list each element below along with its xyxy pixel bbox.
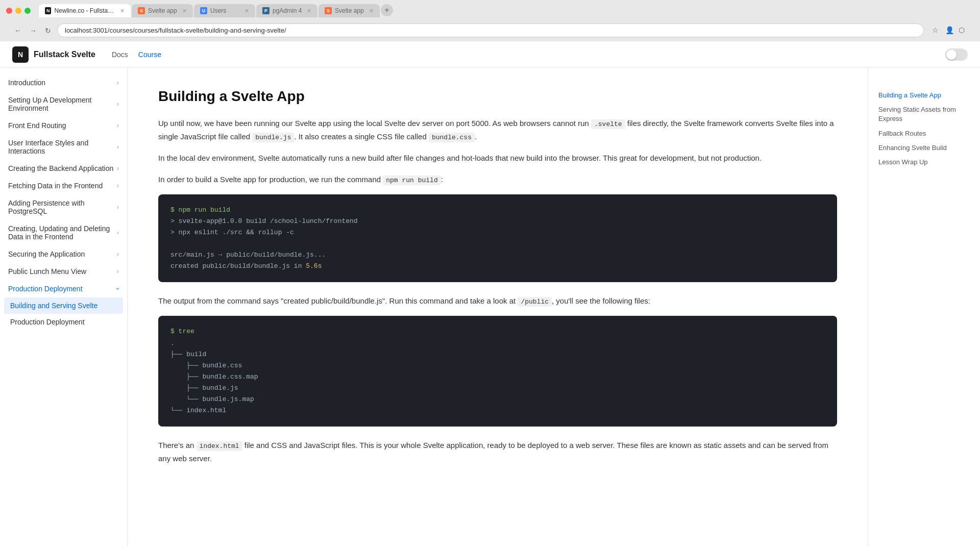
inline-code-bundlecss: bundle.css — [429, 133, 475, 142]
address-bar[interactable]: localhost:3001/courses/courses/fullstack… — [57, 23, 924, 37]
tab-favicon-1: N — [45, 7, 51, 14]
sidebar-item-setup[interactable]: Setting Up A Development Environment › — [0, 91, 127, 117]
inline-code-public: /public — [518, 297, 552, 307]
tab-close-1[interactable]: ✕ — [120, 8, 125, 14]
chevron-right-icon: › — [117, 204, 119, 211]
page-title: Building a Svelte App — [158, 88, 837, 105]
sidebar-item-label: Creating, Updating and Deleting Data in … — [8, 224, 117, 241]
toc-item-fallback[interactable]: Fallback Routes — [878, 127, 970, 141]
paragraph-1: Up until now, we have been running our S… — [158, 117, 837, 143]
close-window-button[interactable] — [6, 8, 12, 14]
sidebar-subitem-label: Production Deployment — [10, 318, 85, 326]
browser-tab-4[interactable]: P pgAdmin 4 ✕ — [256, 4, 317, 17]
chevron-right-icon: › — [117, 182, 119, 189]
browser-tab-5[interactable]: S Svelte app ✕ — [318, 4, 380, 17]
window-controls — [6, 8, 31, 14]
sidebar-item-ui-styles[interactable]: User Interface Styles and Interactions › — [0, 134, 127, 160]
paragraph-2: In the local dev environment, Svelte aut… — [158, 152, 837, 165]
chevron-right-icon: › — [117, 143, 119, 151]
browser-addressbar: ← → ↻ localhost:3001/courses/courses/ful… — [6, 21, 974, 41]
sidebar-item-security[interactable]: Securing the Application › — [0, 245, 127, 263]
tab-label-2: Svelte app — [148, 7, 177, 14]
sidebar-item-introduction[interactable]: Introduction › — [0, 74, 127, 91]
sidebar-item-routing[interactable]: Front End Routing › — [0, 117, 127, 134]
tab-favicon-2: S — [138, 7, 145, 14]
code-line: > npx eslint ./src && rollup -c — [170, 227, 825, 238]
chevron-right-icon: › — [117, 79, 119, 86]
sidebar-item-fetching[interactable]: Fetching Data in the Frontend › — [0, 177, 127, 194]
paragraph-5: There's an index.html file and CSS and J… — [158, 439, 837, 465]
main-layout: Introduction › Setting Up A Development … — [0, 68, 980, 546]
chevron-right-icon: › — [117, 122, 119, 129]
toc-item-enhancing[interactable]: Enhancing Svelte Build — [878, 141, 970, 155]
code-block-build: $ npm run build > svelte-app@1.0.0 build… — [158, 194, 837, 283]
tab-label-1: Newline.co - Fullstack S... — [54, 7, 117, 14]
back-button[interactable]: ← — [12, 24, 23, 37]
brand-logo: N — [12, 46, 29, 63]
dark-mode-toggle[interactable] — [945, 48, 968, 61]
extensions-icon[interactable]: ⬡ — [959, 26, 968, 35]
browser-tab-2[interactable]: S Svelte app ✕ — [132, 4, 193, 17]
browser-tab-3[interactable]: U Users ✕ — [194, 4, 255, 17]
code-line: └── index.html — [170, 405, 825, 416]
sidebar-subitem-building-serving[interactable]: Building and Serving Svelte — [4, 297, 123, 314]
brand: N Fullstack Svelte — [12, 46, 95, 63]
nav-link-course[interactable]: Course — [138, 48, 161, 61]
top-nav: N Fullstack Svelte Docs Course — [0, 41, 980, 68]
sidebar-item-label: Setting Up A Development Environment — [8, 96, 117, 112]
code-line: ├── bundle.js — [170, 383, 825, 394]
chevron-down-icon: › — [114, 288, 121, 290]
tab-close-5[interactable]: ✕ — [369, 8, 374, 14]
sidebar-item-label: Creating the Backend Application — [8, 164, 113, 172]
new-tab-button[interactable]: + — [381, 4, 393, 16]
brand-name: Fullstack Svelte — [34, 50, 95, 59]
profile-icon[interactable]: 👤 — [945, 26, 954, 35]
browser-icons: ☆ 👤 ⬡ — [932, 26, 968, 35]
tab-close-4[interactable]: ✕ — [307, 8, 311, 14]
paragraph-3: In order to build a Svelte app for produ… — [158, 173, 837, 186]
browser-chrome: N Newline.co - Fullstack S... ✕ S Svelte… — [0, 0, 980, 41]
sidebar-item-label: Production Deployment — [8, 285, 83, 293]
sidebar-item-backend[interactable]: Creating the Backend Application › — [0, 160, 127, 177]
inline-code-indexhtml: index.html — [197, 441, 242, 451]
code-line: created public/build/bundle.js in 5.6s — [170, 261, 825, 272]
chevron-right-icon: › — [117, 229, 119, 236]
inline-code-svelte: .svelte — [591, 119, 625, 129]
tab-label-4: pgAdmin 4 — [273, 7, 302, 14]
sidebar-item-crud[interactable]: Creating, Updating and Deleting Data in … — [0, 220, 127, 245]
reload-button[interactable]: ↻ — [43, 24, 53, 37]
code-line — [170, 238, 825, 249]
sidebar-item-label: Front End Routing — [8, 121, 66, 130]
browser-titlebar: N Newline.co - Fullstack S... ✕ S Svelte… — [6, 4, 974, 17]
sidebar-subitem-label: Building and Serving Svelte — [10, 302, 97, 310]
code-line: $ npm run build — [170, 205, 825, 216]
sidebar-item-public-menu[interactable]: Public Lunch Menu View › — [0, 263, 127, 280]
sidebar-item-label: Introduction — [8, 79, 45, 87]
toc-item-building[interactable]: Building a Svelte App — [878, 88, 970, 103]
code-line: ├── bundle.css — [170, 360, 825, 371]
tab-favicon-4: P — [262, 7, 270, 14]
tab-close-2[interactable]: ✕ — [182, 8, 187, 14]
sidebar-item-production[interactable]: Production Deployment › — [0, 280, 127, 297]
code-line: ├── bundle.css.map — [170, 371, 825, 383]
tab-favicon-5: S — [325, 7, 332, 14]
code-line: $ tree — [170, 326, 825, 337]
nav-link-docs[interactable]: Docs — [112, 48, 128, 61]
forward-button[interactable]: → — [28, 24, 39, 37]
maximize-window-button[interactable] — [24, 8, 31, 14]
tab-label-3: Users — [210, 7, 226, 14]
minimize-window-button[interactable] — [15, 8, 21, 14]
code-line: ├── build — [170, 349, 825, 360]
toc-sidebar: Building a Svelte App Serving Static Ass… — [868, 68, 980, 546]
chevron-right-icon: › — [117, 268, 119, 275]
sidebar-item-postgres[interactable]: Adding Persistence with PostgreSQL › — [0, 194, 127, 220]
tab-favicon-3: U — [200, 7, 207, 14]
tab-close-3[interactable]: ✕ — [244, 8, 249, 14]
bookmark-icon[interactable]: ☆ — [932, 26, 941, 35]
sidebar-item-label: Public Lunch Menu View — [8, 267, 86, 276]
browser-tabs: N Newline.co - Fullstack S... ✕ S Svelte… — [39, 4, 393, 17]
toc-item-serving[interactable]: Serving Static Assets from Express — [878, 103, 970, 126]
sidebar-subitem-production-deployment[interactable]: Production Deployment — [0, 314, 127, 330]
toc-item-wrap-up[interactable]: Lesson Wrap Up — [878, 155, 970, 169]
browser-tab-1[interactable]: N Newline.co - Fullstack S... ✕ — [39, 4, 131, 17]
